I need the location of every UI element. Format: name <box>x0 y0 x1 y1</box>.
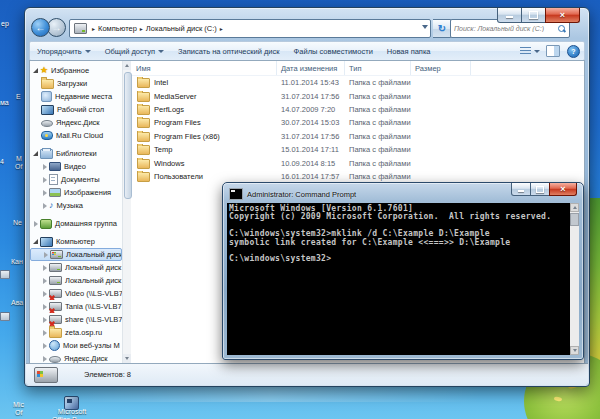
sidebar-item-network-video[interactable]: Video (\\LS-VLB7 <box>30 287 122 300</box>
column-header-name[interactable]: Имя <box>132 61 277 75</box>
desktop-icon-fragment <box>0 312 10 321</box>
scroll-down-arrow[interactable] <box>570 346 579 355</box>
sidebar-item-zeta-osp-ru[interactable]: zeta.osp.ru <box>30 326 122 339</box>
breadcrumb-separator-icon: ▸ <box>220 25 223 32</box>
sidebar-item-favorites[interactable]: ★Избранное <box>30 64 122 77</box>
sidebar-item-local-disk-e[interactable]: Локальный диск <box>30 274 122 287</box>
sidebar-item-recent-places[interactable]: Недавние места <box>30 90 122 103</box>
new-folder-button[interactable]: Новая папка <box>380 42 438 60</box>
expander-icon[interactable] <box>41 188 49 197</box>
address-bar[interactable]: ▸ Компьютер ▸ Локальный диск (C:) ▸ <box>69 19 431 38</box>
share-button[interactable]: Общий доступ <box>98 42 171 60</box>
minimize-icon <box>506 16 513 18</box>
file-row-perflogs[interactable]: PerfLogs14.07.2009 7:20Папка с файлами <box>132 103 584 116</box>
maximize-button[interactable] <box>522 8 545 23</box>
breadcrumb-local-disk-c[interactable]: Локальный диск (C:) <box>146 24 217 33</box>
file-row-program-files[interactable]: Program Files30.07.2014 15:03Папка с фай… <box>132 116 584 129</box>
sidebar-item-computer[interactable]: Компьютер <box>30 235 122 248</box>
expander-icon[interactable] <box>41 354 49 363</box>
help-button[interactable]: ? <box>567 45 580 58</box>
expander-icon[interactable] <box>32 66 40 75</box>
expander-icon[interactable] <box>41 302 49 311</box>
sidebar-item-homegroup[interactable]: Домашняя группа <box>30 217 122 230</box>
expander-icon[interactable] <box>41 201 49 210</box>
breadcrumb-computer[interactable]: Компьютер <box>98 24 137 33</box>
expander-icon[interactable] <box>41 289 49 298</box>
yandex-disk-icon <box>49 356 61 363</box>
sidebar-item-libraries[interactable]: Библиотеки <box>30 147 122 160</box>
expander-icon[interactable] <box>41 175 49 184</box>
sidebar-item-desktop[interactable]: Рабочий стол <box>30 103 122 116</box>
cmd-maximize-button[interactable] <box>531 183 549 196</box>
drive-icon <box>74 23 87 34</box>
preview-pane-button[interactable] <box>546 45 560 57</box>
expander-icon[interactable] <box>41 263 49 272</box>
column-header-size[interactable]: Размер <box>411 61 471 75</box>
scrollbar-thumb[interactable] <box>570 213 579 226</box>
desktop-icon-label-fragment: 4 <box>0 158 4 165</box>
back-button[interactable]: ← <box>31 18 50 37</box>
address-dropdown-icon[interactable] <box>422 25 428 29</box>
sidebar-item-label: Компьютер <box>56 237 95 246</box>
sidebar-item-network-tania[interactable]: Tania (\\LS-VLB7 <box>30 300 122 313</box>
file-row-windows[interactable]: Windows10.09.2014 8:15Папка с файлами <box>132 156 584 169</box>
cmd-window[interactable]: Administrator: Command Prompt × Microsof… <box>222 182 584 360</box>
new-folder-label: Новая папка <box>387 47 431 56</box>
scroll-up-arrow[interactable] <box>123 61 131 70</box>
console-scrollbar[interactable] <box>570 203 579 355</box>
expander-icon[interactable] <box>42 250 50 259</box>
sidebar-item-downloads[interactable]: Загрузки <box>30 77 122 90</box>
file-row-mediaserver[interactable]: MediaServer31.07.2014 17:56Папка с файла… <box>132 89 584 102</box>
desktop-icon-label-fragment: ep <box>1 20 9 27</box>
expander-icon[interactable] <box>41 328 49 337</box>
expander-icon[interactable] <box>41 315 49 324</box>
file-row-temp[interactable]: Temp15.01.2014 17:11Папка с файлами <box>132 143 584 156</box>
sidebar-item-documents[interactable]: Документы <box>30 173 122 186</box>
column-header-type[interactable]: Тип <box>345 61 411 75</box>
file-row-program-files-x86[interactable]: Program Files (x86)31.07.2014 17:56Папка… <box>132 130 584 143</box>
close-button[interactable]: × <box>545 8 580 23</box>
sidebar-item-mailru-cloud[interactable]: Mail.Ru Cloud <box>30 129 122 142</box>
compatibility-files-button[interactable]: Файлы совместимости <box>287 42 380 60</box>
sidebar-item-label: Избранное <box>51 66 89 75</box>
folder-icon <box>137 118 150 128</box>
scrollbar-thumb[interactable] <box>124 72 132 199</box>
sidebar-item-pictures[interactable]: Изображения <box>30 186 122 199</box>
burn-button[interactable]: Записать на оптический диск <box>171 42 287 60</box>
scroll-up-arrow[interactable] <box>570 203 579 212</box>
cmd-minimize-button[interactable] <box>511 183 531 196</box>
sidebar-item-videos[interactable]: Видео <box>30 160 122 173</box>
organize-button[interactable]: Упорядочить <box>30 42 98 60</box>
sidebar-item-label: Локальный диск <box>66 250 122 259</box>
expander-icon[interactable] <box>32 219 40 228</box>
file-row-intel[interactable]: Intel11.01.2014 15:43Папка с файлами <box>132 76 584 89</box>
help-icon: ? <box>571 48 575 55</box>
sidebar-item-label: Недавние места <box>55 92 112 101</box>
sidebar-item-yandex-disk[interactable]: Яндекс.Диск <box>30 116 122 129</box>
change-view-button[interactable] <box>520 47 540 56</box>
sidebar-item-web-sites[interactable]: Мои веб-узлы М <box>30 339 122 352</box>
navigation-scrollbar[interactable] <box>122 61 131 363</box>
navigation-pane: ★Избранное Загрузки Недавние места Рабоч… <box>30 61 122 363</box>
column-header-date[interactable]: Дата изменения <box>277 61 345 75</box>
scroll-down-arrow[interactable] <box>123 354 131 363</box>
cmd-close-button[interactable]: × <box>549 183 577 196</box>
console-output[interactable]: Microsoft Windows [Version 6.1.7601] Cop… <box>227 203 570 355</box>
minimize-button[interactable] <box>497 8 522 23</box>
expander-icon[interactable] <box>32 149 40 158</box>
file-type: Папка с файлами <box>345 145 411 154</box>
command-toolbar: Упорядочить Общий доступ Записать на опт… <box>29 41 585 61</box>
video-library-icon <box>49 162 61 171</box>
folder-icon <box>137 78 150 88</box>
cmd-title-bar[interactable]: Administrator: Command Prompt <box>229 188 356 200</box>
sidebar-item-network-share[interactable]: share (\\LS-VLB7. <box>30 313 122 326</box>
expander-icon[interactable] <box>32 237 40 246</box>
expander-icon[interactable] <box>41 276 49 285</box>
expander-icon[interactable] <box>41 162 49 171</box>
expander-icon[interactable] <box>41 341 49 350</box>
pictures-icon <box>49 188 61 197</box>
sidebar-item-local-disk-d[interactable]: Локальный диск <box>30 261 122 274</box>
sidebar-item-music[interactable]: ♪Музыка <box>30 199 122 212</box>
sidebar-item-local-disk-c[interactable]: Локальный диск <box>30 248 122 261</box>
file-date: 11.01.2014 15:43 <box>277 78 345 87</box>
